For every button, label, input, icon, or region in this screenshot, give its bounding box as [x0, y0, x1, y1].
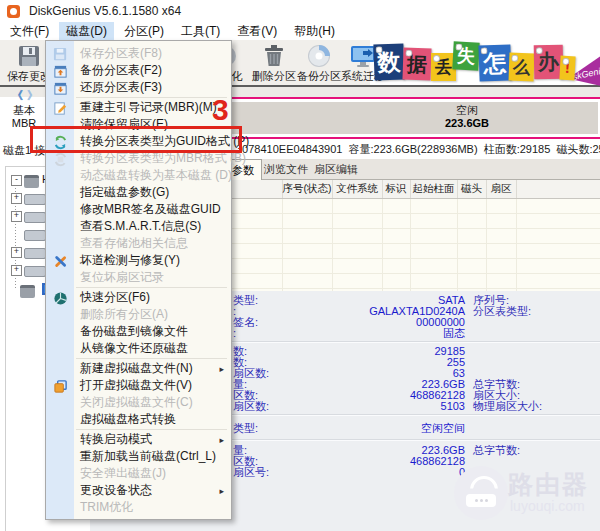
menu-item[interactable]: 打开虚拟磁盘文件(V): [46, 377, 231, 394]
menu-item-label: 安全弹出磁盘(J): [80, 465, 166, 482]
menu-item[interactable]: 备份磁盘到镜像文件: [46, 323, 231, 340]
nav-forward-icon[interactable]: 》: [27, 88, 38, 103]
tab-浏览文件[interactable]: 浏览文件: [262, 159, 310, 180]
menu-item[interactable]: 重建主引导记录(MBR)(M): [46, 99, 231, 116]
menu-item-icon-slot: [52, 341, 68, 357]
submenu-arrow-icon: ▸: [219, 486, 224, 496]
table-gridline: [332, 199, 333, 291]
submenu-arrow-icon: ▸: [219, 364, 224, 374]
tile-pin-icon: [433, 55, 440, 62]
open-vdisk-icon: [52, 378, 68, 394]
menu-item[interactable]: 还原分区表(F3): [46, 79, 231, 96]
tree-expand-icon[interactable]: +: [11, 193, 22, 204]
diskgenius-window: DiskGenius V5.6.1.1580 x64 文件(F)磁盘(D)分区(…: [0, 0, 600, 531]
banner-tile: 据: [402, 48, 431, 81]
details-label-2: 总字节数:: [473, 445, 520, 456]
delete-partition-button[interactable]: 删除分区: [252, 41, 296, 85]
menu-item-icon-slot: [52, 168, 68, 184]
nav-back-icon[interactable]: 《: [12, 88, 23, 103]
table-header-cell: 标识: [382, 180, 411, 198]
menu-item[interactable]: 修改MBR签名及磁盘GUID: [46, 201, 231, 218]
table-header-cell: 扇区: [486, 180, 517, 198]
menu-item[interactable]: 动态磁盘转换为基本磁盘 (D): [46, 167, 231, 184]
menu-item[interactable]: 安全弹出磁盘(J): [46, 465, 231, 482]
menu-bar: 文件(F)磁盘(D)分区(P)工具(T)查看(V)帮助(H): [0, 22, 600, 40]
menu-item[interactable]: 从镜像文件还原磁盘: [46, 340, 231, 357]
menu-bar-item[interactable]: 工具(T): [174, 22, 227, 40]
tree-collapse-icon[interactable]: -: [11, 175, 22, 186]
save-icon: [52, 46, 68, 62]
menu-item-icon-slot: [52, 324, 68, 340]
tile-pin-icon: [536, 47, 543, 54]
watermark-name: 路由器: [508, 468, 589, 501]
menu-item[interactable]: 转换启动模式▸: [46, 431, 231, 448]
menu-item[interactable]: 保存分区表(F8): [46, 45, 231, 62]
delete-partition-icon: [252, 42, 296, 70]
menu-item-label: 保存分区表(F8): [80, 45, 162, 62]
menu-item[interactable]: 备份分区表(F2): [46, 62, 231, 79]
menu-item-icon-slot: [52, 307, 68, 323]
menu-item[interactable]: 坏道检测与修复(Y): [46, 252, 231, 269]
disk-info-line-right: 3078410EE04843901 容量:223.6GB(228936MB) 柱…: [236, 142, 600, 157]
menu-item[interactable]: TRIM优化: [46, 499, 231, 516]
menu-item-icon-slot: [52, 361, 68, 377]
disk-icon: [20, 285, 35, 298]
menu-item-icon-slot: [52, 449, 68, 465]
tree-panel-border: [5, 166, 45, 167]
table-header-cell: 起始柱面: [410, 180, 458, 198]
menu-item-icon-slot: [52, 219, 68, 235]
menu-item[interactable]: 指定磁盘参数(G): [46, 184, 231, 201]
table-gridline: [282, 199, 283, 291]
menu-item-label: 重建主引导记录(MBR)(M): [80, 99, 217, 116]
tree-expand-icon[interactable]: +: [11, 211, 22, 222]
menu-bar-item[interactable]: 帮助(H): [287, 22, 342, 40]
menu-item[interactable]: 快速分区(F6): [46, 289, 231, 306]
menu-item[interactable]: 关闭虚拟磁盘文件(C): [46, 394, 231, 411]
region-size: 223.6GB: [445, 117, 489, 129]
table-gridline: [457, 199, 458, 291]
banner-tile: 数: [373, 43, 404, 80]
menu-item-icon-slot: [52, 466, 68, 482]
tree-expand-icon[interactable]: +: [11, 247, 22, 258]
menu-item-label: 从镜像文件还原磁盘: [80, 340, 188, 357]
menu-item[interactable]: 查看存储池相关信息: [46, 235, 231, 252]
menu-item-label: 坏道检测与修复(Y): [80, 252, 180, 269]
menu-item-label: 备份磁盘到镜像文件: [80, 323, 188, 340]
menu-bar-item[interactable]: 磁盘(D): [59, 22, 114, 40]
menu-item[interactable]: 更改设备状态▸: [46, 482, 231, 499]
quick-partition-icon: [52, 290, 68, 306]
annotation-step-number: 3: [212, 93, 229, 127]
menu-item[interactable]: 新建虚拟磁盘文件(N)▸: [46, 360, 231, 377]
tab-扇区编辑[interactable]: 扇区编辑: [312, 159, 360, 180]
menu-item[interactable]: 删除所有分区(A): [46, 306, 231, 323]
free-space-label: 空闲 223.6GB: [387, 102, 547, 130]
menu-bar-item[interactable]: 查看(V): [230, 22, 284, 40]
menu-bar-item[interactable]: 文件(F): [3, 22, 56, 40]
submenu-arrow-icon: ▸: [219, 435, 224, 445]
menu-item-label: 关闭虚拟磁盘文件(C): [80, 394, 193, 411]
partition-icon: [24, 212, 46, 223]
app-logo-icon: [7, 5, 20, 18]
menu-item-icon-slot: [52, 483, 68, 499]
backup-partition-button[interactable]: 备份分区: [297, 41, 341, 85]
table-header-cell: 磁头: [457, 180, 487, 198]
details-label-2: 物理扇区大小:: [473, 401, 542, 412]
menu-bar-item[interactable]: 分区(P): [117, 22, 171, 40]
rebuild-mbr-icon: [52, 100, 68, 116]
tile-pin-icon: [511, 55, 518, 62]
menu-item-label: 重新加载当前磁盘(Ctrl_L): [80, 448, 216, 465]
menu-item-icon-slot: [52, 500, 68, 516]
banner-tile: 怎: [478, 44, 511, 81]
disk-type-label: 基本: [4, 103, 44, 118]
menu-item[interactable]: 重新加载当前磁盘(Ctrl_L): [46, 448, 231, 465]
menu-item[interactable]: 复位坏扇区记录: [46, 269, 231, 286]
partition-icon: [24, 230, 46, 241]
menu-item-label: 转换启动模式: [80, 431, 152, 448]
menu-item[interactable]: 查看S.M.A.R.T.信息(S): [46, 218, 231, 235]
menu-item[interactable]: 虚拟磁盘格式转换: [46, 411, 231, 428]
bad-track-icon: [52, 253, 68, 269]
tree-expand-icon[interactable]: +: [11, 265, 22, 276]
title-bar: DiskGenius V5.6.1.1580 x64: [0, 0, 600, 22]
menu-item-label: 虚拟磁盘格式转换: [80, 411, 176, 428]
window-title: DiskGenius V5.6.1.1580 x64: [29, 4, 181, 18]
